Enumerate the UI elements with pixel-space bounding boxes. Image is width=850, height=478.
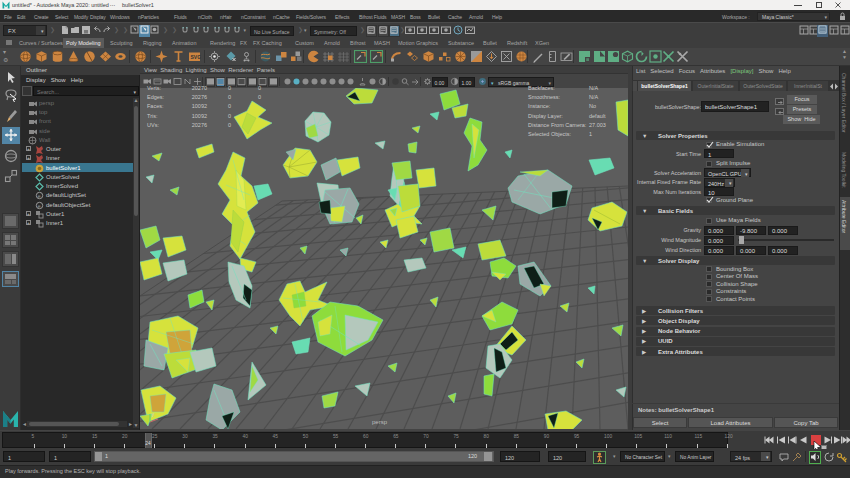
svg-text:e: e [38,193,41,199]
svg-text:e: e [38,202,41,208]
svg-text:y: y [152,411,155,417]
svg-text:SVG: SVG [191,54,202,60]
